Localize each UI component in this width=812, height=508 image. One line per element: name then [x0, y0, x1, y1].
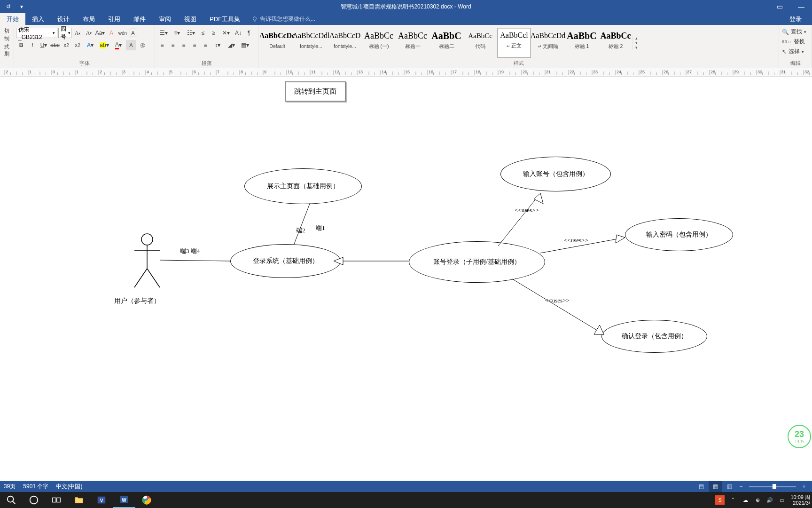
tray-battery-icon[interactable]: ▭: [778, 496, 786, 504]
grow-font-button[interactable]: A▴: [72, 28, 83, 38]
font-family-selector[interactable]: 仿宋_GB2312▾: [16, 28, 57, 38]
style-item-0[interactable]: AaBbCcDcDefault: [260, 28, 294, 58]
style-item-9[interactable]: AaBbC标题 1: [565, 28, 599, 58]
zoom-out-button[interactable]: −: [737, 483, 745, 490]
cut-button[interactable]: 切: [2, 27, 12, 35]
tray-volume-icon[interactable]: 🔊: [766, 496, 773, 504]
status-page[interactable]: 39页: [4, 483, 16, 491]
taskbar-explorer-button[interactable]: [68, 492, 90, 508]
style-item-7[interactable]: AaBbCcl↵正文: [497, 28, 531, 58]
minimize-button[interactable]: —: [790, 0, 812, 13]
tab-references[interactable]: 引用: [102, 13, 127, 25]
tray-chevron-up-icon[interactable]: ˄: [729, 496, 737, 504]
style-item-4[interactable]: AaBbCc标题一: [396, 28, 429, 58]
autosave-icon[interactable]: ↺: [4, 2, 13, 11]
align-left-button[interactable]: ≡: [157, 40, 167, 50]
font-color-button[interactable]: A▾: [112, 40, 125, 50]
gallery-up-icon[interactable]: ▴: [633, 36, 640, 40]
tray-sogou-icon[interactable]: S: [715, 495, 725, 505]
decrease-indent-button[interactable]: ≤: [198, 28, 208, 38]
svg-text:32: 32: [804, 70, 809, 74]
gallery-expand-icon[interactable]: ▾: [633, 45, 640, 50]
taskbar-cortana-button[interactable]: [23, 492, 45, 508]
font-size-selector[interactable]: 四号▾: [58, 28, 71, 38]
align-justify-button[interactable]: ≡: [189, 40, 200, 50]
borders-button[interactable]: ▦▾: [238, 40, 251, 50]
align-center-button[interactable]: ≡: [168, 40, 178, 50]
horizontal-ruler[interactable]: 3210123456789101112131415161718192021222…: [0, 68, 812, 77]
zoom-slider[interactable]: [749, 486, 796, 487]
status-language[interactable]: 中文(中国): [56, 483, 82, 491]
document-canvas[interactable]: 跳转到主页面 展示主页面（基础用例） 登录系统（基础用例） 账号登录（子用例/基…: [0, 77, 812, 493]
style-item-5[interactable]: AaBbC标题二: [429, 28, 463, 58]
replace-button[interactable]: ab↔替换: [781, 37, 810, 47]
style-item-6[interactable]: AaBbCc代码: [463, 28, 497, 58]
find-button[interactable]: 🔍查找▾: [781, 27, 810, 37]
taskbar-visio-button[interactable]: V: [90, 492, 113, 508]
zoom-in-button[interactable]: +: [800, 483, 808, 490]
tray-clock[interactable]: 10:09 周 2021/3/: [790, 494, 810, 506]
shrink-font-button[interactable]: A▾: [84, 28, 94, 38]
tray-network-icon[interactable]: ⊕: [754, 496, 761, 504]
tab-design[interactable]: 设计: [51, 13, 76, 25]
zoom-thumb[interactable]: [773, 484, 776, 489]
sort-button[interactable]: A↓: [233, 28, 243, 38]
bold-button[interactable]: B: [16, 40, 26, 50]
show-marks-button[interactable]: ¶: [244, 28, 254, 38]
char-border-button[interactable]: A: [129, 29, 137, 37]
strikethrough-button[interactable]: abc: [50, 40, 60, 50]
style-item-8[interactable]: AaBbCcDd↵无间隔: [531, 28, 565, 58]
style-item-3[interactable]: AaBbCc标题 (一): [362, 28, 396, 58]
status-word-count[interactable]: 5901 个字: [23, 483, 48, 491]
taskbar-word-button[interactable]: W: [113, 492, 135, 508]
clear-formatting-button[interactable]: A: [106, 28, 117, 38]
subscript-button[interactable]: x2: [61, 40, 71, 50]
style-item-10[interactable]: AaBbCc标题 2: [599, 28, 632, 58]
shading-button[interactable]: ◢▾: [225, 40, 238, 50]
qat-dropdown-icon[interactable]: ▾: [17, 2, 26, 11]
taskbar-search-button[interactable]: [0, 492, 23, 508]
login-button[interactable]: 登录: [783, 13, 808, 25]
tab-review[interactable]: 审阅: [152, 13, 178, 25]
superscript-button[interactable]: x2: [72, 40, 83, 50]
char-shading-button[interactable]: A: [126, 40, 136, 50]
enclose-char-button[interactable]: ㊔: [137, 40, 148, 50]
fitness-badge[interactable]: 23 ↑ 4.7k: [788, 425, 811, 448]
line-spacing-button[interactable]: ↕▾: [211, 40, 224, 50]
taskbar-chrome-button[interactable]: [135, 492, 158, 508]
view-read-mode-button[interactable]: ▤: [695, 481, 708, 492]
underline-button[interactable]: U▾: [39, 40, 49, 50]
style-item-2[interactable]: AaBbCcDfontstyle...: [328, 28, 362, 58]
tab-pdf-tools[interactable]: PDF工具集: [203, 13, 247, 25]
bullets-button[interactable]: ☰▾: [157, 28, 170, 38]
view-web-layout-button[interactable]: ▥: [723, 481, 736, 492]
gallery-down-icon[interactable]: ▾: [633, 40, 640, 45]
change-case-button[interactable]: Aa▾: [95, 28, 105, 38]
tab-insert[interactable]: 插入: [25, 13, 51, 25]
taskbar-taskview-button[interactable]: [45, 492, 68, 508]
style-item-1[interactable]: AaBbCcDdlfontstyle...: [294, 28, 328, 58]
tab-mailings[interactable]: 邮件: [127, 13, 152, 25]
text-effects-button[interactable]: A▾: [84, 40, 97, 50]
tray-onedrive-icon[interactable]: ☁: [742, 496, 749, 504]
numbering-button[interactable]: ≡▾: [171, 28, 184, 38]
tell-me-search[interactable]: 告诉我您想要做什么...: [251, 15, 315, 23]
increase-indent-button[interactable]: ≥: [209, 28, 219, 38]
style-gallery-scroll[interactable]: ▴ ▾ ▾: [632, 36, 640, 50]
align-distribute-button[interactable]: ≡: [200, 40, 211, 50]
ribbon-options-icon[interactable]: ▭: [769, 0, 790, 13]
quick-access-toolbar: ↺ ▾: [4, 2, 26, 11]
view-print-layout-button[interactable]: ▦: [709, 481, 722, 492]
tab-view[interactable]: 视图: [178, 13, 203, 25]
align-right-button[interactable]: ≡: [179, 40, 189, 50]
format-painter-button[interactable]: 式刷: [2, 43, 12, 58]
copy-button[interactable]: 制: [2, 35, 12, 43]
highlight-button[interactable]: ab▾: [98, 40, 111, 50]
tab-layout[interactable]: 布局: [76, 13, 102, 25]
multilevel-list-button[interactable]: ☷▾: [184, 28, 197, 38]
asian-layout-button[interactable]: ✕▾: [219, 28, 233, 38]
tab-home[interactable]: 开始: [0, 13, 25, 25]
select-button[interactable]: ↖选择▾: [781, 47, 810, 56]
italic-button[interactable]: I: [27, 40, 38, 50]
phonetic-guide-button[interactable]: wén: [117, 28, 128, 38]
